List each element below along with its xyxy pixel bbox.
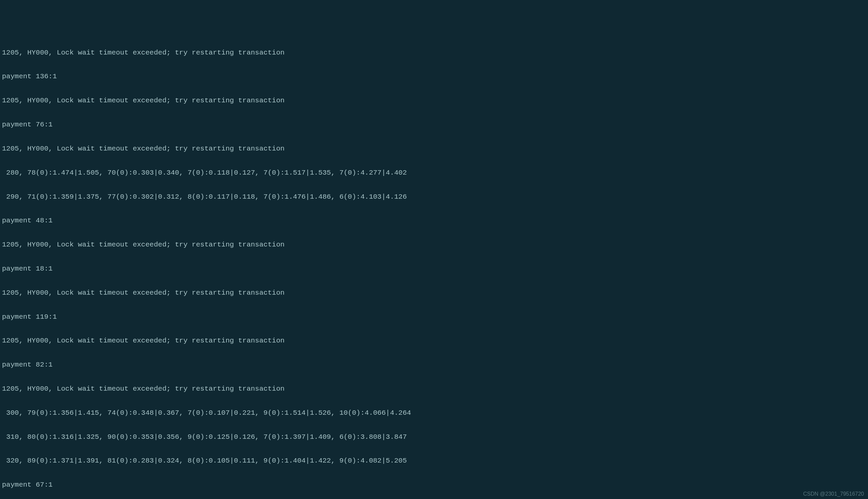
log-line: payment 18:1 [2, 265, 866, 273]
log-line: 1205, HY000, Lock wait timeout exceeded;… [2, 289, 866, 297]
log-line: payment 67:1 [2, 481, 866, 489]
terminal-output: 1205, HY000, Lock wait timeout exceeded;… [2, 33, 866, 499]
log-line: 310, 80(0):1.316|1.325, 90(0):0.353|0.35… [2, 433, 866, 441]
log-line: 1205, HY000, Lock wait timeout exceeded;… [2, 97, 866, 105]
log-line: 1205, HY000, Lock wait timeout exceeded;… [2, 337, 866, 345]
log-line: 1205, HY000, Lock wait timeout exceeded;… [2, 49, 866, 57]
watermark-text: CSDN @2301_79516720 [803, 491, 864, 497]
log-line: 320, 89(0):1.371|1.391, 81(0):0.283|0.32… [2, 457, 866, 465]
log-line: 280, 78(0):1.474|1.505, 70(0):0.303|0.34… [2, 169, 866, 177]
log-line: 300, 79(0):1.356|1.415, 74(0):0.348|0.36… [2, 409, 866, 417]
log-line: 1205, HY000, Lock wait timeout exceeded;… [2, 241, 866, 249]
log-line: payment 48:1 [2, 217, 866, 225]
log-line: 290, 71(0):1.359|1.375, 77(0):0.302|0.31… [2, 193, 866, 201]
log-line: payment 82:1 [2, 361, 866, 369]
log-line: payment 119:1 [2, 313, 866, 321]
log-line: payment 136:1 [2, 73, 866, 81]
log-line: 1205, HY000, Lock wait timeout exceeded;… [2, 385, 866, 393]
log-line: 1205, HY000, Lock wait timeout exceeded;… [2, 145, 866, 153]
log-line: payment 76:1 [2, 121, 866, 129]
